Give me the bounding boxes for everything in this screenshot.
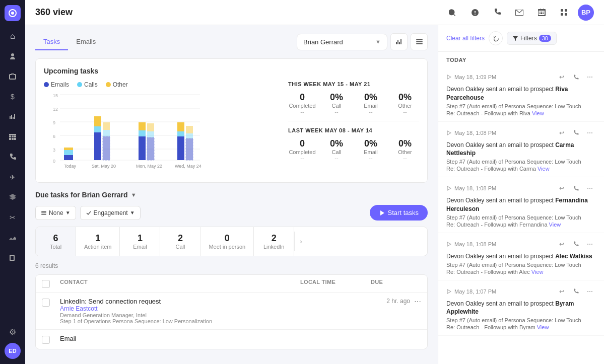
- sidebar-item-chart[interactable]: [4, 108, 22, 126]
- activity-subject: Re: Outreach - Followup with Riva View: [446, 110, 596, 116]
- phone-btn[interactable]: [570, 71, 582, 83]
- activity-time: May 18, 1:08 PM: [446, 241, 496, 247]
- activity-meta: May 18, 1:08 PM ↩ ⋯: [446, 238, 596, 250]
- task-counts: 6 Total 1 Action item 1 Email 2 Call 0: [35, 227, 428, 256]
- task-name-2: Email: [60, 335, 300, 342]
- count-total[interactable]: 6 Total: [36, 227, 76, 256]
- last-week-stats: 0 Completed -- 0% Call -- 0%: [288, 138, 419, 161]
- svg-rect-6: [416, 39, 423, 40]
- activity-view-link[interactable]: View: [537, 324, 549, 330]
- count-meet[interactable]: 0 Meet in person: [200, 227, 254, 256]
- sidebar-item-book[interactable]: [4, 249, 22, 267]
- sidebar-item-table[interactable]: [4, 128, 22, 146]
- filters-btn[interactable]: Filters 30: [507, 32, 557, 45]
- top-header: 360 view BP: [25, 0, 604, 25]
- row-more-icon[interactable]: ⋯: [414, 298, 421, 306]
- refresh-btn[interactable]: [489, 31, 503, 45]
- legend-emails: Emails: [44, 81, 69, 88]
- activity-item: May 18, 1:08 PM ↩ ⋯ Devon Oakley sent an…: [438, 122, 604, 178]
- sidebar-item-chart-line[interactable]: [4, 229, 22, 247]
- activity-step: Step #7 (Auto email) of Persona Sequence…: [446, 214, 596, 221]
- activity-view-link[interactable]: View: [549, 222, 561, 228]
- header-checkbox[interactable]: [42, 279, 60, 288]
- phone-btn[interactable]: [570, 238, 582, 250]
- search-icon[interactable]: [445, 5, 461, 21]
- sidebar-item-settings[interactable]: ⚙: [4, 323, 22, 341]
- svg-rect-46: [41, 211, 46, 212]
- phone-btn[interactable]: [570, 285, 582, 298]
- svg-rect-7: [416, 41, 423, 42]
- tab-tasks[interactable]: Tasks: [35, 34, 68, 50]
- table-row: Email: [36, 330, 427, 349]
- svg-marker-50: [447, 75, 451, 79]
- activity-view-link[interactable]: View: [538, 166, 550, 172]
- task-person[interactable]: Arnie Eastcott: [60, 305, 300, 312]
- list-view-btn[interactable]: [411, 33, 428, 50]
- more-btn[interactable]: ⋯: [584, 238, 596, 250]
- table-row: LinkedIn: Send connection request Arnie …: [36, 293, 427, 330]
- tabs: Tasks Emails: [35, 34, 293, 50]
- none-filter-btn[interactable]: None ▼: [35, 206, 76, 220]
- row-checkbox[interactable]: [42, 298, 60, 307]
- sidebar-item-scissors[interactable]: ✂: [4, 208, 22, 227]
- row-checkbox[interactable]: [42, 335, 60, 344]
- tab-emails[interactable]: Emails: [68, 34, 104, 50]
- svg-text:9: 9: [53, 120, 55, 125]
- svg-rect-28: [103, 130, 110, 136]
- count-nav-right[interactable]: ›: [294, 232, 307, 251]
- phone-btn[interactable]: [570, 182, 582, 194]
- grid-icon[interactable]: [556, 5, 572, 21]
- svg-rect-32: [139, 122, 146, 130]
- count-call[interactable]: 2 Call: [160, 227, 200, 256]
- filter-actions: Clear all filters Filters 30: [446, 31, 557, 45]
- count-action-item[interactable]: 1 Action item: [76, 227, 120, 256]
- more-btn[interactable]: ⋯: [584, 71, 596, 83]
- phone-btn[interactable]: [570, 127, 582, 139]
- calendar-icon[interactable]: [533, 5, 550, 21]
- engagement-filter-btn[interactable]: Engagement ▼: [80, 206, 141, 220]
- svg-rect-34: [147, 131, 154, 137]
- reply-btn[interactable]: ↩: [556, 127, 568, 139]
- more-btn[interactable]: ⋯: [584, 182, 596, 194]
- sidebar-item-briefcase[interactable]: [4, 67, 22, 86]
- activity-text: Devon Oakley sent an email to prospect B…: [446, 300, 596, 317]
- count-linkedin[interactable]: 2 LinkedIn: [254, 227, 294, 256]
- activity-time: May 18, 1:07 PM: [446, 288, 496, 295]
- start-tasks-btn[interactable]: Start tasks: [370, 205, 428, 221]
- help-icon[interactable]: [467, 5, 483, 21]
- user-selector[interactable]: Brian Gerrard ▼: [297, 34, 387, 50]
- svg-point-1: [11, 12, 14, 15]
- stat-lw-completed: 0 Completed --: [288, 138, 316, 161]
- sidebar-item-dollar[interactable]: $: [4, 88, 22, 106]
- count-email[interactable]: 1 Email: [120, 227, 160, 256]
- chart-view-btn[interactable]: [390, 33, 408, 50]
- email-icon[interactable]: [511, 5, 527, 21]
- sidebar-item-home[interactable]: ⌂: [4, 27, 22, 45]
- reply-btn[interactable]: ↩: [556, 285, 568, 298]
- reply-btn[interactable]: ↩: [556, 71, 568, 83]
- sidebar-item-contacts[interactable]: [4, 47, 22, 65]
- svg-rect-35: [147, 123, 154, 131]
- row-contact: LinkedIn: Send connection request Arnie …: [60, 298, 300, 324]
- more-btn[interactable]: ⋯: [584, 285, 596, 298]
- reply-btn[interactable]: ↩: [556, 182, 568, 194]
- reply-btn[interactable]: ↩: [556, 238, 568, 250]
- play-icon: [446, 289, 451, 294]
- stat-call: 0% Call --: [322, 92, 351, 115]
- none-filter-label: None: [49, 209, 63, 216]
- more-btn[interactable]: ⋯: [584, 127, 596, 139]
- phone-icon[interactable]: [489, 5, 505, 21]
- svg-rect-38: [177, 122, 184, 131]
- svg-text:Sat, May 20: Sat, May 20: [92, 164, 116, 169]
- header-local-time: Local time: [300, 279, 371, 288]
- header-contact: Contact: [60, 279, 300, 288]
- sidebar-item-send[interactable]: ✈: [4, 168, 22, 186]
- clear-filters-link[interactable]: Clear all filters: [446, 35, 485, 42]
- due-tasks-dropdown-icon[interactable]: ▼: [131, 192, 137, 198]
- sidebar-item-phone[interactable]: [4, 148, 22, 166]
- stats-panel: THIS WEEK MAY 15 - MAY 21 0 Completed --…: [288, 81, 419, 174]
- activity-view-link[interactable]: View: [532, 110, 544, 116]
- activity-view-link[interactable]: View: [531, 269, 544, 275]
- svg-text:Mon, May 22: Mon, May 22: [136, 164, 162, 169]
- sidebar-item-layers[interactable]: [4, 188, 22, 206]
